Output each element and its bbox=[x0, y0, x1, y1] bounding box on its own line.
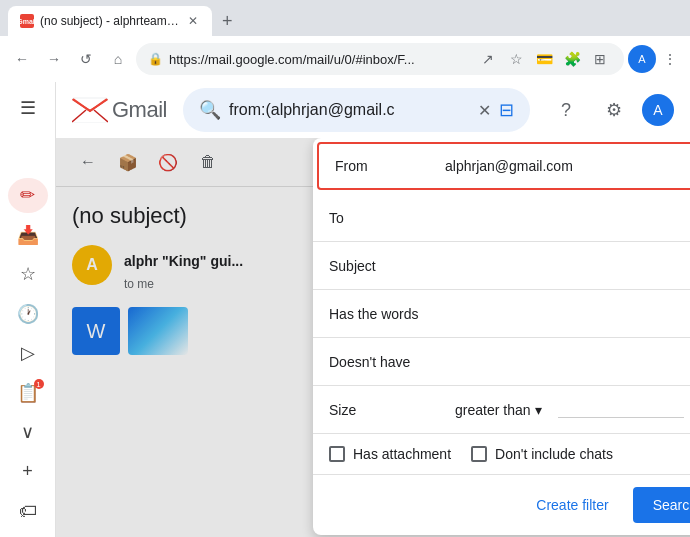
browser-right-icons: A ⋮ bbox=[628, 45, 682, 73]
tab-bar: Gmail (no subject) - alphrteam@gmail... … bbox=[0, 0, 690, 36]
bookmark-icon-button[interactable]: ☆ bbox=[504, 47, 528, 71]
filter-checkboxes-row: Has attachment Don't include chats bbox=[313, 434, 690, 475]
size-comparator-value: greater than bbox=[455, 402, 531, 418]
search-tune-icon[interactable]: ⊟ bbox=[499, 99, 514, 121]
sidebar-new-label-icon[interactable]: + bbox=[8, 454, 48, 490]
chevron-down-icon: ▾ bbox=[535, 402, 542, 418]
gmail-app: ☰ ✏ 📥 ☆ 🕐 ▷ 📋 1 ∨ + 🏷 bbox=[0, 82, 690, 537]
no-chats-checkbox[interactable] bbox=[471, 446, 487, 462]
search-button[interactable]: Search bbox=[633, 487, 690, 523]
no-chats-checkbox-label[interactable]: Don't include chats bbox=[471, 446, 613, 462]
url-text: https://mail.google.com/mail/u/0/#inbox/… bbox=[169, 52, 470, 67]
back-button[interactable]: ← bbox=[8, 45, 36, 73]
filter-doesnt-have-row: Doesn't have bbox=[313, 338, 690, 386]
grid-icon-button[interactable]: ⊞ bbox=[588, 47, 612, 71]
filter-from-row: From bbox=[317, 142, 690, 190]
help-button[interactable]: ? bbox=[546, 90, 586, 130]
filter-actions-row: Create filter Search bbox=[313, 475, 690, 535]
tab-title: (no subject) - alphrteam@gmail... bbox=[40, 14, 180, 28]
profile-icon-button[interactable]: A bbox=[628, 45, 656, 73]
browser-nav-bar: ← → ↺ ⌂ 🔒 https://mail.google.com/mail/u… bbox=[0, 36, 690, 82]
search-icon: 🔍 bbox=[199, 99, 221, 121]
filter-subject-row: Subject bbox=[313, 242, 690, 290]
from-label: From bbox=[335, 158, 445, 174]
filter-has-words-row: Has the words bbox=[313, 290, 690, 338]
to-label: To bbox=[329, 210, 439, 226]
lock-icon: 🔒 bbox=[148, 52, 163, 66]
size-comparator-dropdown[interactable]: greater than ▾ bbox=[447, 398, 550, 422]
sidebar-hamburger[interactable]: ☰ bbox=[8, 90, 48, 126]
has-attachment-label: Has attachment bbox=[353, 446, 451, 462]
tab-close-button[interactable]: ✕ bbox=[186, 12, 200, 30]
search-input[interactable] bbox=[229, 101, 470, 119]
wallet-icon-button[interactable]: 💳 bbox=[532, 47, 556, 71]
sidebar-drafts-badge[interactable]: 📋 1 bbox=[8, 375, 48, 411]
gmail-header: Gmail 🔍 ✕ ⊟ ? ⚙ A bbox=[56, 82, 690, 138]
address-bar-icons: ↗ ☆ 💳 🧩 ⊞ bbox=[476, 47, 612, 71]
no-chats-label: Don't include chats bbox=[495, 446, 613, 462]
sidebar-more-icon[interactable]: ∨ bbox=[8, 415, 48, 451]
sidebar-starred-icon[interactable]: ☆ bbox=[8, 257, 48, 293]
search-filter-popup: From To Subject Has the words Doesn't ha… bbox=[313, 138, 690, 535]
gmail-logo-text: Gmail bbox=[112, 97, 167, 123]
browser-menu-button[interactable]: ⋮ bbox=[658, 47, 682, 71]
doesnt-have-input[interactable] bbox=[439, 354, 690, 370]
settings-button[interactable]: ⚙ bbox=[594, 90, 634, 130]
gmail-main-area: ← 📦 🚫 🗑 (no subject) A alphr "King" gui.… bbox=[56, 138, 690, 537]
create-filter-button[interactable]: Create filter bbox=[524, 489, 620, 521]
size-label: Size bbox=[329, 402, 439, 418]
sidebar-tag-icon[interactable]: 🏷 bbox=[8, 494, 48, 530]
has-words-input[interactable] bbox=[439, 306, 690, 322]
subject-label: Subject bbox=[329, 258, 439, 274]
forward-button[interactable]: → bbox=[40, 45, 68, 73]
home-button[interactable]: ⌂ bbox=[104, 45, 132, 73]
has-words-label: Has the words bbox=[329, 306, 439, 322]
puzzle-icon-button[interactable]: 🧩 bbox=[560, 47, 584, 71]
gmail-logo: Gmail bbox=[72, 96, 167, 124]
user-avatar[interactable]: A bbox=[642, 94, 674, 126]
to-input[interactable] bbox=[439, 210, 690, 226]
active-tab[interactable]: Gmail (no subject) - alphrteam@gmail... … bbox=[8, 6, 212, 36]
sidebar-compose-icon[interactable]: ✏ bbox=[8, 178, 48, 214]
gmail-icon-sidebar: ☰ ✏ 📥 ☆ 🕐 ▷ 📋 1 ∨ + 🏷 bbox=[0, 82, 56, 537]
header-right-icons: ? ⚙ A bbox=[546, 90, 674, 130]
size-value-input[interactable] bbox=[558, 401, 685, 418]
tab-favicon: Gmail bbox=[20, 14, 34, 28]
new-tab-button[interactable]: + bbox=[216, 9, 239, 34]
share-icon-button[interactable]: ↗ bbox=[476, 47, 500, 71]
sidebar-inbox-icon[interactable]: 📥 bbox=[8, 217, 48, 253]
has-attachment-checkbox[interactable] bbox=[329, 446, 345, 462]
address-bar[interactable]: 🔒 https://mail.google.com/mail/u/0/#inbo… bbox=[136, 43, 624, 75]
gmail-m-icon bbox=[72, 96, 108, 124]
filter-size-row: Size greater than ▾ MB bbox=[313, 386, 690, 434]
subject-input[interactable] bbox=[439, 258, 690, 274]
filter-to-row: To bbox=[313, 194, 690, 242]
from-input[interactable] bbox=[445, 158, 690, 174]
sidebar-clock-icon[interactable]: 🕐 bbox=[8, 296, 48, 332]
sidebar-send-icon[interactable]: ▷ bbox=[8, 336, 48, 372]
has-attachment-checkbox-label[interactable]: Has attachment bbox=[329, 446, 451, 462]
doesnt-have-label: Doesn't have bbox=[329, 354, 439, 370]
reload-button[interactable]: ↺ bbox=[72, 45, 100, 73]
search-clear-icon[interactable]: ✕ bbox=[478, 101, 491, 120]
gmail-search-box[interactable]: 🔍 ✕ ⊟ bbox=[183, 88, 530, 132]
